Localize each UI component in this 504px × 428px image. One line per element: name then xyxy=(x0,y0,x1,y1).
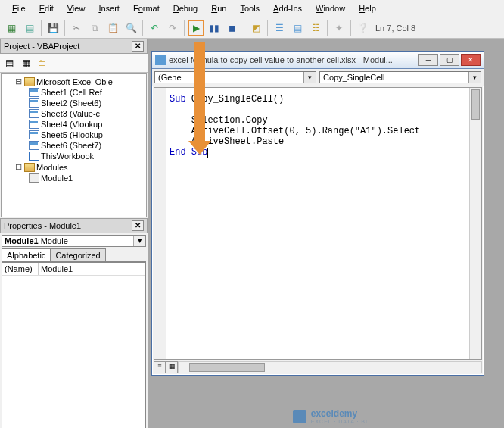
tab-alphabetic[interactable]: Alphabetic xyxy=(2,248,51,261)
properties-object-select[interactable]: Module1 Module ▾ xyxy=(2,235,146,247)
watermark: exceldemy EXCEL · DATA · BI xyxy=(293,408,368,424)
code-editor[interactable]: Sub Copy_SingleCell() Selection.Copy Act… xyxy=(166,88,469,359)
tree-sheet3[interactable]: Sheet3 (Value-c xyxy=(3,108,145,119)
menu-file[interactable]: File xyxy=(6,2,32,15)
chevron-down-icon: ▾ xyxy=(133,236,145,246)
menu-bar: File Edit View Insert Format Debug Run T… xyxy=(0,0,504,17)
tree-thisworkbook[interactable]: ThisWorkbook xyxy=(3,151,145,161)
cursor-position: Ln 7, Col 8 xyxy=(375,23,415,33)
chevron-down-icon: ▾ xyxy=(468,72,481,83)
properties-grid[interactable]: (Name) Module1 xyxy=(2,262,146,428)
project-pane-header: Project - VBAProject ✕ xyxy=(0,39,148,54)
chevron-down-icon: ▾ xyxy=(303,72,316,83)
project-pane-title: Project - VBAProject xyxy=(4,42,79,51)
cut-icon[interactable]: ✂ xyxy=(68,20,85,36)
break-icon[interactable]: ▮▮ xyxy=(206,20,222,36)
code-window-titlebar[interactable]: excel formula to copy cell value to anot… xyxy=(152,52,484,69)
menu-format[interactable]: Format xyxy=(127,2,166,15)
tree-sheet5[interactable]: Sheet5 (Hlookup xyxy=(3,130,145,140)
properties-tabs: Alphabetic Categorized xyxy=(2,248,146,262)
toggle-folders-icon[interactable]: 🗀 xyxy=(35,55,50,70)
tree-sheet1[interactable]: Sheet1 (Cell Ref xyxy=(3,87,145,98)
menu-insert[interactable]: Insert xyxy=(92,2,126,15)
menu-tools[interactable]: Tools xyxy=(234,2,266,15)
minimize-button[interactable]: ─ xyxy=(418,54,438,66)
properties-window-icon[interactable]: ▤ xyxy=(289,20,306,36)
tree-folder-modules[interactable]: ⊟Modules xyxy=(3,161,145,173)
object-combo[interactable]: (Gene ▾ xyxy=(154,71,316,83)
tree-sheet6[interactable]: Sheet6 (Sheet7) xyxy=(3,140,145,151)
excel-icon[interactable]: ▦ xyxy=(3,20,20,36)
menu-run[interactable]: Run xyxy=(205,2,232,15)
run-button[interactable]: ▶ xyxy=(188,20,204,36)
properties-pane-header: Properties - Module1 ✕ xyxy=(0,218,148,233)
menu-debug[interactable]: Debug xyxy=(167,2,204,15)
full-module-view-button[interactable]: ▦ xyxy=(166,361,178,373)
maximize-button[interactable]: ▢ xyxy=(440,54,459,66)
reset-icon[interactable]: ◼ xyxy=(224,20,241,36)
scrollbar-horizontal[interactable] xyxy=(178,361,482,373)
code-window: excel formula to copy cell value to anot… xyxy=(151,51,484,376)
code-window-title: excel formula to copy cell value to anot… xyxy=(169,55,415,64)
redo-icon[interactable]: ↷ xyxy=(164,20,181,36)
menu-edit[interactable]: Edit xyxy=(33,2,60,15)
properties-pane-close[interactable]: ✕ xyxy=(132,220,144,231)
save-icon[interactable]: 💾 xyxy=(45,20,61,36)
scrollbar-vertical[interactable] xyxy=(469,88,481,359)
design-mode-icon[interactable]: ◩ xyxy=(247,20,264,36)
toolbar: ▦ ▤ 💾 ✂ ⧉ 📋 🔍 ↶ ↷ ▶ ▮▮ ◼ ◩ ☰ ▤ ☷ ✦ ❔ Ln … xyxy=(0,17,504,39)
object-browser-icon[interactable]: ☷ xyxy=(307,20,324,36)
menu-window[interactable]: Window xyxy=(310,2,351,15)
menu-addins[interactable]: Add-Ins xyxy=(267,2,308,15)
menu-view[interactable]: View xyxy=(61,2,92,15)
toolbox-icon[interactable]: ✦ xyxy=(331,20,347,36)
watermark-logo-icon xyxy=(293,410,306,423)
procedure-view-button[interactable]: ≡ xyxy=(154,361,166,373)
tree-folder-excel-objects[interactable]: ⊟Microsoft Excel Obje xyxy=(3,76,145,87)
procedure-combo[interactable]: Copy_SingleCell ▾ xyxy=(319,71,481,83)
property-row-name: (Name) Module1 xyxy=(2,263,145,276)
help-icon[interactable]: ❔ xyxy=(354,20,371,36)
tab-categorized[interactable]: Categorized xyxy=(50,248,105,261)
project-pane-close[interactable]: ✕ xyxy=(132,41,144,52)
undo-icon[interactable]: ↶ xyxy=(146,20,163,36)
view-code-icon[interactable]: ▤ xyxy=(2,55,17,70)
paste-icon[interactable]: 📋 xyxy=(104,20,121,36)
project-tree[interactable]: ⊟Microsoft Excel Obje Sheet1 (Cell Ref S… xyxy=(1,73,147,217)
project-explorer-icon[interactable]: ☰ xyxy=(271,20,288,36)
tree-sheet2[interactable]: Sheet2 (Sheet6) xyxy=(3,98,145,108)
close-button[interactable]: ✕ xyxy=(461,54,481,66)
insert-module-icon[interactable]: ▤ xyxy=(21,20,38,36)
find-icon[interactable]: 🔍 xyxy=(123,20,139,36)
copy-icon[interactable]: ⧉ xyxy=(86,20,103,36)
tree-sheet4[interactable]: Sheet4 (Vlookup xyxy=(3,119,145,130)
module-icon xyxy=(155,55,166,65)
menu-help[interactable]: Help xyxy=(353,2,382,15)
margin-indicator-bar xyxy=(154,88,166,359)
project-toolbar: ▤ ▦ 🗀 xyxy=(0,54,148,73)
properties-pane-title: Properties - Module1 xyxy=(4,221,81,230)
view-object-icon[interactable]: ▦ xyxy=(18,55,33,70)
tree-module1[interactable]: Module1 xyxy=(3,173,145,183)
